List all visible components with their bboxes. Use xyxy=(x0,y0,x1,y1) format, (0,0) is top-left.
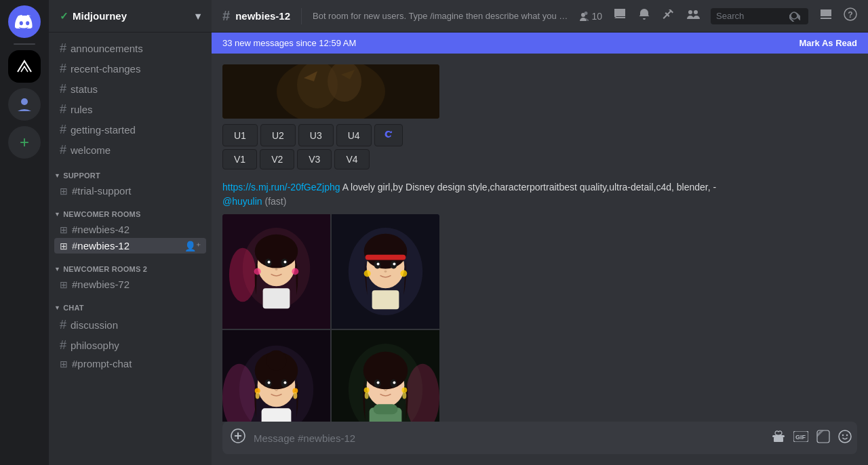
image-grid-cell-3 xyxy=(222,330,330,422)
svg-rect-21 xyxy=(263,288,290,308)
chat-input[interactable] xyxy=(254,426,766,451)
message-prompt-text: A lovely girl,by Disney design style,cha… xyxy=(342,182,716,193)
gift-icon[interactable] xyxy=(772,430,785,447)
u2-button-top[interactable]: U2 xyxy=(260,124,296,146)
add-file-button[interactable] xyxy=(228,422,248,454)
svg-point-36 xyxy=(400,270,407,277)
folder-icon: ⊞ xyxy=(60,186,68,197)
refresh-button-top[interactable] xyxy=(374,124,403,146)
mark-as-read-button[interactable]: Mark As Read xyxy=(800,38,858,48)
member-count: 10 xyxy=(578,11,602,22)
v3-button-top[interactable]: V3 xyxy=(297,149,332,169)
channel-item-getting-started[interactable]: # getting-started xyxy=(54,120,206,140)
category-chat[interactable]: ▼ CHAT xyxy=(49,293,212,315)
channel-item-newbies-12[interactable]: ⊞ # newbies-12 👤⁺ xyxy=(54,238,206,254)
svg-point-67 xyxy=(401,388,407,393)
channel-item-philosophy[interactable]: # philosophy xyxy=(54,336,206,355)
channel-item-prompt-chat[interactable]: ⊞ # prompt-chat xyxy=(54,356,206,371)
channel-item-newbies-72[interactable]: ⊞ # newbies-72 xyxy=(54,277,206,292)
server-icon-midjourney[interactable] xyxy=(8,50,41,83)
image-grid xyxy=(222,214,439,422)
message-mention[interactable]: @huyulin xyxy=(222,196,262,207)
inbox-icon[interactable] xyxy=(819,7,833,24)
category-newcomer-rooms[interactable]: ▼ NEWCOMER ROOMS xyxy=(49,199,212,221)
gif-icon[interactable]: GIF xyxy=(793,431,808,445)
channel-item-trial-support[interactable]: ⊞ # trial-support xyxy=(54,183,206,199)
discord-home-button[interactable] xyxy=(8,5,41,38)
channel-name: announcements xyxy=(71,43,201,54)
members-icon xyxy=(578,11,589,22)
v2-button-top[interactable]: V2 xyxy=(260,149,294,169)
hash-icon: # xyxy=(60,338,66,352)
sticker-icon[interactable] xyxy=(816,430,830,447)
server-header[interactable]: ✓ Midjourney ▾ xyxy=(49,0,212,33)
variation-buttons-top: V1 V2 V3 V4 xyxy=(222,149,857,169)
category-newcomer-rooms-2[interactable]: ▼ NEWCOMER ROOMS 2 xyxy=(49,254,212,276)
u3-button-top[interactable]: U3 xyxy=(298,124,334,146)
bell-icon[interactable] xyxy=(637,7,651,24)
help-icon[interactable]: ? xyxy=(844,7,857,24)
category-caret-icon: ▼ xyxy=(54,304,60,311)
add-server-button[interactable]: + xyxy=(8,126,41,159)
message-link[interactable]: https://s.mj.run/-20fGeZjphg xyxy=(222,182,340,193)
svg-point-50 xyxy=(256,392,260,399)
channel-item-discussion[interactable]: # discussion xyxy=(54,315,206,335)
search-bar[interactable] xyxy=(711,8,808,24)
svg-point-42 xyxy=(267,350,287,371)
svg-point-45 xyxy=(268,382,271,384)
search-icon xyxy=(789,11,800,22)
chat-input-area: GIF xyxy=(212,422,868,465)
channel-item-newbies-42[interactable]: ⊞ # newbies-42 xyxy=(54,222,206,237)
channel-item-recent-changes[interactable]: # recent-changes xyxy=(54,59,206,79)
channel-name: recent-changes xyxy=(71,63,201,75)
channel-item-welcome[interactable]: # welcome xyxy=(54,140,206,160)
folder-icon: ⊞ xyxy=(60,279,68,290)
hash-icon: # xyxy=(60,82,66,96)
channel-name: status xyxy=(71,83,201,95)
v4-button-top[interactable]: V4 xyxy=(334,149,369,169)
category-label-text: NEWCOMER ROOMS xyxy=(63,210,140,218)
threads-icon[interactable] xyxy=(613,7,627,24)
category-label-text: NEWCOMER ROOMS 2 xyxy=(63,265,147,273)
server-chevron-icon: ▾ xyxy=(195,10,201,22)
image-preview-top xyxy=(222,64,439,119)
topbar-divider xyxy=(301,8,302,24)
emoji-icon[interactable] xyxy=(838,430,852,447)
message-container-main: https://s.mj.run/-20fGeZjphg A lovely gi… xyxy=(222,180,857,422)
channel-name: welcome xyxy=(71,144,201,156)
svg-point-19 xyxy=(283,261,286,264)
category-support[interactable]: ▼ SUPPORT xyxy=(49,161,212,182)
image-preview-inner xyxy=(222,64,439,119)
channel-name: getting-started xyxy=(71,124,201,136)
category-caret-icon: ▼ xyxy=(54,266,60,272)
category-label-text: SUPPORT xyxy=(63,171,100,180)
v1-button-top[interactable]: V1 xyxy=(222,149,257,169)
svg-rect-48 xyxy=(262,408,292,422)
server-divider xyxy=(14,43,35,45)
channel-item-rules[interactable]: # rules xyxy=(54,100,206,119)
svg-point-62 xyxy=(384,389,387,391)
channel-name: newbies-72 xyxy=(77,279,130,290)
svg-point-23 xyxy=(292,268,298,275)
hash-icon: # xyxy=(72,224,77,235)
channel-name: newbies-12 xyxy=(77,240,130,251)
members-list-icon[interactable] xyxy=(686,7,700,24)
pin-icon[interactable] xyxy=(662,7,675,24)
svg-point-65 xyxy=(364,388,370,393)
topbar-description: Bot room for new users. Type /imagine th… xyxy=(313,11,572,21)
svg-text:GIF: GIF xyxy=(795,434,806,441)
channel-list: # announcements # recent-changes # statu… xyxy=(49,33,212,465)
svg-point-80 xyxy=(846,434,848,435)
channel-item-status[interactable]: # status xyxy=(54,79,206,99)
folder-icon: ⊞ xyxy=(60,224,68,235)
svg-point-3 xyxy=(694,10,698,14)
messages-area[interactable]: U1 U2 U3 U4 V1 V2 V3 V4 xyxy=(212,54,868,422)
u1-button-top[interactable]: U1 xyxy=(222,124,258,146)
server-icon-second[interactable] xyxy=(8,88,41,121)
svg-text:?: ? xyxy=(848,10,852,20)
u4-button-top[interactable]: U4 xyxy=(336,124,372,146)
message-container-top: U1 U2 U3 U4 V1 V2 V3 V4 xyxy=(222,64,857,169)
channel-item-announcements[interactable]: # announcements xyxy=(54,39,206,58)
new-messages-banner: 33 new messages since 12:59 AM Mark As R… xyxy=(212,33,868,54)
search-input[interactable] xyxy=(716,11,784,21)
